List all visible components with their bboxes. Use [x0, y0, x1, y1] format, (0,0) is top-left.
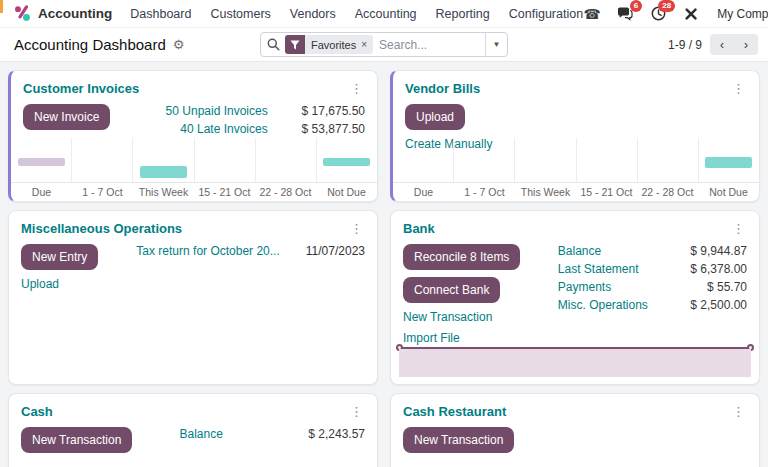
- axis-label: 22 - 28 Oct: [637, 183, 698, 201]
- axis-label: Not Due: [316, 183, 377, 201]
- kebab-menu-icon[interactable]: ⋮: [348, 82, 365, 95]
- card-title[interactable]: Cash Restaurant: [403, 404, 506, 419]
- bank-stat-label: Misc. Operations: [558, 298, 648, 312]
- search-bar[interactable]: Favorites × Search... ▼: [260, 32, 508, 57]
- pager-next-button[interactable]: ›: [734, 34, 758, 55]
- tools-icon[interactable]: [682, 5, 700, 23]
- bank-stat-amount: $ 2,500.00: [690, 298, 747, 312]
- kebab-menu-icon[interactable]: ⋮: [348, 405, 365, 418]
- control-panel: Accounting Dashboard ⚙ Favorites ×: [0, 28, 768, 62]
- chart-cell: [256, 138, 317, 182]
- menu-customers[interactable]: Customers: [210, 7, 270, 21]
- tax-return-link[interactable]: Tax return for October 20...: [136, 244, 279, 258]
- page-title: Accounting Dashboard: [14, 36, 166, 53]
- card-title[interactable]: Vendor Bills: [405, 81, 480, 96]
- menu-configuration[interactable]: Configuration: [509, 7, 583, 21]
- cash-balance-label[interactable]: Balance: [132, 427, 270, 441]
- unpaid-invoices-link[interactable]: 50 Unpaid Invoices: [166, 104, 268, 118]
- new-transaction-button[interactable]: New Transaction: [21, 427, 132, 453]
- pager-range: 1-9 / 9: [668, 38, 702, 52]
- facet-remove-icon[interactable]: ×: [361, 39, 367, 50]
- late-invoices-amount: $ 53,877.50: [302, 122, 365, 136]
- search-icon: [267, 38, 280, 51]
- axis-label: This Week: [133, 183, 194, 201]
- axis-label: 15 - 21 Oct: [194, 183, 255, 201]
- bar-this-week[interactable]: [140, 166, 187, 178]
- kebab-menu-icon[interactable]: ⋮: [730, 82, 747, 95]
- company-switcher[interactable]: My Company (San Francisco): [717, 7, 768, 21]
- card-title[interactable]: Bank: [403, 221, 435, 236]
- chart-cell-this-week: [133, 138, 194, 182]
- axis-label: 15 - 21 Oct: [576, 183, 637, 201]
- new-transaction-button[interactable]: New Transaction: [403, 427, 514, 453]
- upload-link[interactable]: Upload: [21, 277, 59, 291]
- dashboard-grid: Customer Invoices ⋮ New Invoice 50 Unpai…: [0, 62, 768, 467]
- new-entry-button[interactable]: New Entry: [21, 244, 98, 270]
- facet-label: Favorites: [311, 39, 356, 51]
- odoo-accounting-app: Accounting Dashboard Customers Vendors A…: [0, 0, 768, 467]
- bank-stat-label: Balance: [558, 244, 601, 258]
- chart-cell: [638, 138, 699, 182]
- favorites-filter-facet[interactable]: Favorites ×: [285, 35, 373, 54]
- connect-bank-button[interactable]: Connect Bank: [403, 277, 500, 303]
- menu-vendors[interactable]: Vendors: [290, 7, 336, 21]
- card-misc-operations: Miscellaneous Operations ⋮ New Entry Upl…: [8, 210, 378, 385]
- import-file-link[interactable]: Import File: [403, 331, 460, 345]
- main-menu: Dashboard Customers Vendors Accounting R…: [130, 7, 583, 21]
- chart-cell-not-due: [699, 138, 759, 182]
- bar-not-due[interactable]: [705, 157, 752, 168]
- bank-stat-row: Balance $ 9,944.87: [558, 244, 747, 258]
- bank-stat-row: Misc. Operations $ 2,500.00: [558, 298, 747, 312]
- bank-stat-row: Payments $ 55.70: [558, 280, 747, 294]
- reconcile-items-button[interactable]: Reconcile 8 Items: [403, 244, 520, 270]
- bank-balance-chart: [399, 347, 751, 377]
- bank-stat-amount: $ 9,944.87: [690, 244, 747, 258]
- unpaid-invoices-amount: $ 17,675.50: [302, 104, 365, 118]
- filter-funnel-icon: [285, 35, 305, 54]
- tax-return-date: 11/07/2023: [306, 244, 365, 258]
- bank-stat-row: Last Statement $ 6,378.00: [558, 262, 747, 276]
- bank-stat-amount: $ 6,378.00: [690, 262, 747, 276]
- search-input[interactable]: Search...: [379, 38, 485, 52]
- card-vendor-bills: Vendor Bills ⋮ Upload Create Manually: [390, 70, 760, 202]
- pager: 1-9 / 9 ‹ ›: [668, 34, 758, 55]
- gear-icon[interactable]: ⚙: [173, 37, 185, 52]
- top-navbar: Accounting Dashboard Customers Vendors A…: [0, 0, 768, 28]
- kebab-menu-icon[interactable]: ⋮: [348, 222, 365, 235]
- new-transaction-link[interactable]: New Transaction: [403, 310, 492, 324]
- bar-due[interactable]: [18, 158, 65, 166]
- activities-badge: 28: [658, 0, 675, 12]
- card-customer-invoices: Customer Invoices ⋮ New Invoice 50 Unpai…: [8, 70, 378, 202]
- kebab-menu-icon[interactable]: ⋮: [730, 405, 747, 418]
- card-bank: Bank ⋮ Reconcile 8 Items Connect Bank Ne…: [390, 210, 760, 385]
- app-name[interactable]: Accounting: [38, 6, 112, 21]
- axis-label: This Week: [515, 183, 576, 201]
- menu-accounting[interactable]: Accounting: [355, 7, 417, 21]
- chart-cell-not-due: [317, 138, 377, 182]
- corner-artifact: [0, 0, 3, 13]
- balance-area-fill: [399, 349, 751, 377]
- menu-reporting[interactable]: Reporting: [436, 7, 490, 21]
- pager-prev-button[interactable]: ‹: [710, 34, 734, 55]
- invoices-aging-chart: Due 1 - 7 Oct This Week 15 - 21 Oct 22 -…: [11, 138, 377, 201]
- menu-dashboard[interactable]: Dashboard: [130, 7, 191, 21]
- axis-label: 1 - 7 Oct: [72, 183, 133, 201]
- late-invoices-link[interactable]: 40 Late Invoices: [180, 122, 267, 136]
- voip-phone-icon[interactable]: ☎: [583, 5, 601, 23]
- card-title[interactable]: Miscellaneous Operations: [21, 221, 182, 236]
- chart-cell: [393, 138, 454, 182]
- kebab-menu-icon[interactable]: ⋮: [730, 222, 747, 235]
- chart-cell: [195, 138, 256, 182]
- new-invoice-button[interactable]: New Invoice: [23, 104, 110, 130]
- bank-stats: Balance $ 9,944.87 Last Statement $ 6,37…: [558, 244, 747, 312]
- card-title[interactable]: Cash: [21, 404, 53, 419]
- upload-bill-button[interactable]: Upload: [405, 104, 465, 130]
- messages-icon[interactable]: 6: [616, 5, 634, 23]
- bar-not-due[interactable]: [323, 158, 370, 166]
- axis-label: 1 - 7 Oct: [454, 183, 515, 201]
- activities-clock-icon[interactable]: 28: [649, 5, 667, 23]
- search-dropdown-caret[interactable]: ▼: [485, 33, 507, 56]
- accounting-app-icon[interactable]: [14, 5, 31, 22]
- card-title[interactable]: Customer Invoices: [23, 81, 139, 96]
- axis-label: Due: [393, 183, 454, 201]
